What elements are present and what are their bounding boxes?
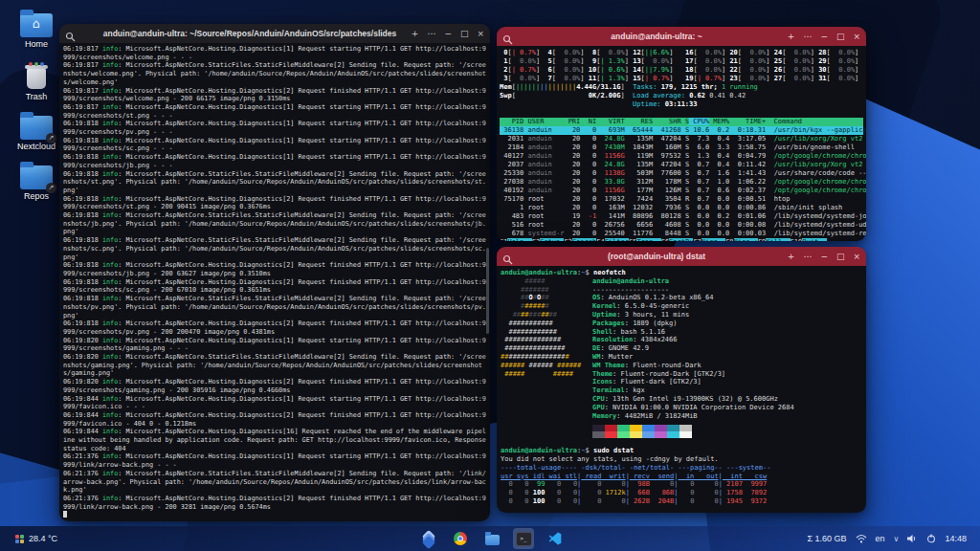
minimize-button[interactable]: − xyxy=(820,252,828,261)
network-usage[interactable]: Σ 1.60 GB xyxy=(808,534,847,543)
close-button[interactable]: × xyxy=(853,252,860,261)
color-palette xyxy=(592,425,794,438)
palette-swatch xyxy=(679,431,692,438)
palette-swatch xyxy=(605,425,617,431)
close-button[interactable]: × xyxy=(477,29,484,38)
trash-icon xyxy=(25,63,48,90)
maximize-button[interactable]: □ xyxy=(460,29,469,38)
log-line: 06:21:376 info: Microsoft.AspNetCore.Hos… xyxy=(63,452,486,469)
desktop-icon-label: Repos xyxy=(8,191,65,201)
search-icon[interactable] xyxy=(502,252,513,262)
desktop: ⌂HomeTrash↗Nextcloud↗Repos anduin@anduin… xyxy=(0,0,980,551)
dstat-note: You did not select any stats, using -cdn… xyxy=(501,455,862,464)
neofetch-info-line: Kernel: 6.5.0-45-generic xyxy=(592,302,794,311)
search-icon[interactable] xyxy=(65,29,76,39)
desktop-icon-label: Trash xyxy=(8,92,65,101)
neofetch-info: anduin@anduin-ultra-------------------OS… xyxy=(592,277,794,439)
minimize-button[interactable]: − xyxy=(820,32,828,41)
log-line: 06:19:820 info: Microsoft.AspNetCore.Hos… xyxy=(63,337,486,353)
log-line: 06:19:818 info: Microsoft.AspNetCore.Hos… xyxy=(63,153,486,169)
log-line: 06:19:818 info: Microsoft.AspNetCore.Hos… xyxy=(63,320,486,336)
dstat-row: 0 0 100 0 0| 0 1712k| 66B 86B| 0 0| 1758… xyxy=(501,489,862,497)
new-tab-button[interactable]: + xyxy=(788,252,795,261)
neofetch-info-line: DE: GNOME 42.9 xyxy=(592,344,794,353)
htop-terminal-titlebar: anduin@anduin-ultra: ~ + ⋯ − □ × xyxy=(497,27,866,46)
log-terminal-titlebar: anduin@anduin-ultra: ~/Source/Repos/Andu… xyxy=(59,24,490,43)
neofetch-info-line: Terminal: kgx xyxy=(592,386,794,395)
palette-swatch xyxy=(667,425,679,431)
new-tab-button[interactable]: + xyxy=(788,32,795,41)
system-tray: Σ 1.60 GB en ∨ 14:48 xyxy=(808,534,968,543)
desktop-icon-home[interactable]: ⌂Home xyxy=(8,13,65,49)
taskbar-app-files[interactable] xyxy=(481,528,502,549)
htop-terminal-body[interactable]: 0[| 0.7%] 4[ 0.0%] 8[ 0.0%] 12[||6.6%] 1… xyxy=(497,46,866,241)
palette-swatch xyxy=(630,431,642,438)
memory-meter: Mem[|||||||||||||||4.44G/31.1G] Tasks: 1… xyxy=(500,83,863,92)
fetch-terminal-body[interactable]: anduin@anduin-ultra:~$ neofetch ##### ##… xyxy=(497,266,866,513)
menu-button[interactable]: ⋯ xyxy=(803,252,812,261)
process-row: 25330 anduin 20 0 1138G 503M 77600 S 0.7… xyxy=(500,169,863,178)
desktop-icon-repos[interactable]: ↗Repos xyxy=(8,165,65,201)
log-line: 06:19:844 info: Microsoft.AspNetCore.Hos… xyxy=(63,395,486,411)
folder-link-icon: ↗ xyxy=(20,116,53,140)
chevron-down-icon[interactable]: ∨ xyxy=(894,535,900,543)
palette-swatch xyxy=(617,425,630,431)
neofetch-title: anduin@anduin-ultra xyxy=(592,277,794,286)
log-line: 06:19:817 info: Microsoft.AspNetCore.Sta… xyxy=(63,61,486,86)
desktop-icon-trash[interactable]: Trash xyxy=(8,63,65,101)
window-title: anduin@anduin-ultra: ~/Source/Repos/Andu… xyxy=(98,29,402,38)
cpu-meter-row: 1[ 0.0%] 5[ 0.0%] 9[| 1.3%] 13[ 0.0%] 17… xyxy=(500,57,863,66)
process-row: 2184 anduin 20 0 7430M 1043M 160M S 6.0 … xyxy=(500,143,863,152)
desktop-icons: ⌂HomeTrash↗Nextcloud↗Repos xyxy=(8,13,65,201)
neofetch-info-line: Resolution: 4384x2466 xyxy=(592,336,794,344)
taskbar-apps: >_ xyxy=(418,528,566,549)
maximize-button[interactable]: □ xyxy=(836,252,845,261)
log-line: 06:19:817 info: Microsoft.AspNetCore.Hos… xyxy=(63,103,486,120)
shell-prompt: anduin@anduin-ultra:~$ sudo dstat xyxy=(501,447,862,455)
log-line: 06:19:844 info: Microsoft.AspNetCore.Hos… xyxy=(63,428,486,452)
taskbar-app-chrome[interactable] xyxy=(450,528,471,549)
process-row: 40127 anduin 20 0 1156G 119M 97532 S 1.3… xyxy=(500,152,863,161)
process-row: 2037 anduin 20 0 24.8G 135M 47204 S 0.7 … xyxy=(500,161,863,169)
volume-icon[interactable] xyxy=(907,534,918,543)
desktop-icon-nextcloud[interactable]: ↗Nextcloud xyxy=(8,116,65,151)
window-title: anduin@anduin-ultra: ~ xyxy=(535,32,778,41)
menu-button[interactable]: ⋯ xyxy=(427,29,435,38)
palette-swatch xyxy=(642,425,655,431)
neofetch-info-line: CPU: 13th Gen Intel i9-13900KS (32) @ 5.… xyxy=(592,395,794,404)
taskbar-app-workspaces[interactable] xyxy=(418,528,439,549)
log-line: 06:19:818 info: Microsoft.AspNetCore.Hos… xyxy=(63,195,486,211)
palette-swatch xyxy=(617,431,630,438)
log-terminal-body[interactable]: 06:19:817 info: Microsoft.AspNetCore.Hos… xyxy=(59,43,490,521)
log-line: 06:19:817 info: Microsoft.AspNetCore.Hos… xyxy=(63,45,486,61)
log-line: 06:19:820 info: Microsoft.AspNetCore.Hos… xyxy=(63,378,486,394)
maximize-button[interactable]: □ xyxy=(836,32,845,41)
neofetch-info-line: Icons: Fluent-dark [GTK2/3] xyxy=(592,378,794,386)
neofetch-info-line: OS: AnduinOS 0.1.2-beta x86_64 xyxy=(592,294,794,302)
neofetch-underline: ------------------- xyxy=(592,286,794,295)
chrome-icon xyxy=(454,532,467,545)
taskbar-app-terminal[interactable]: >_ xyxy=(513,528,534,549)
process-row: 483 root 19 -1 141M 80896 80128 S 0.0 0.… xyxy=(500,212,863,221)
log-terminal-window: anduin@anduin-ultra: ~/Source/Repos/Andu… xyxy=(59,24,490,521)
taskbar-app-vscode[interactable] xyxy=(545,528,566,549)
close-button[interactable]: × xyxy=(853,32,860,41)
new-tab-button[interactable]: + xyxy=(412,29,419,38)
scrollbar[interactable] xyxy=(486,248,489,334)
neofetch-info-line: Shell: bash 5.1.16 xyxy=(592,328,794,337)
keyboard-layout[interactable]: en xyxy=(876,534,885,543)
temperature-widget[interactable]: 28.4 °C xyxy=(15,534,57,543)
clock[interactable]: 14:48 xyxy=(945,534,967,543)
log-line: 06:19:820 info: Microsoft.AspNetCore.Sta… xyxy=(63,353,486,378)
palette-swatch xyxy=(642,431,655,438)
menu-button[interactable]: ⋯ xyxy=(803,32,812,41)
neofetch-info-line: Theme: Fluent-round-Dark [GTK2/3] xyxy=(592,370,794,379)
minimize-button[interactable]: − xyxy=(444,29,452,38)
log-line: 06:21:376 info: Microsoft.AspNetCore.Hos… xyxy=(63,495,486,511)
search-icon[interactable] xyxy=(502,32,513,42)
wifi-icon[interactable] xyxy=(856,534,867,543)
fetch-terminal-window: (root@anduin-ultra) dstat + ⋯ − □ × andu… xyxy=(497,247,866,513)
log-line: 06:19:817 info: Microsoft.AspNetCore.Hos… xyxy=(63,87,486,103)
power-icon[interactable] xyxy=(926,534,936,543)
log-line: 06:19:818 info: Microsoft.AspNetCore.Sta… xyxy=(63,295,486,320)
